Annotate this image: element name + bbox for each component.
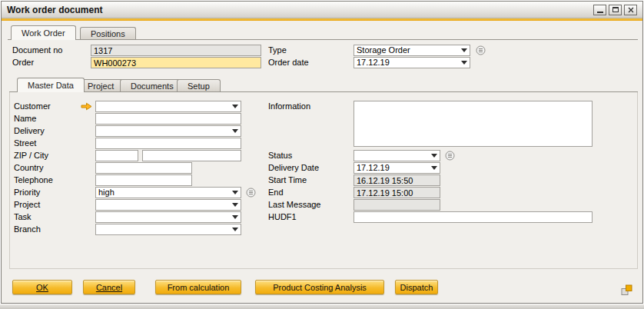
priority-combo-value: high [98, 188, 115, 197]
cancel-button-label: Cancel [96, 283, 122, 292]
hudf1-field[interactable] [354, 211, 593, 223]
order-date-label: Order date [268, 57, 309, 68]
background-strip [0, 304, 644, 309]
cancel-button[interactable]: Cancel [83, 280, 135, 294]
country-label: Country [14, 162, 44, 174]
street-field[interactable] [95, 138, 241, 149]
zip-field[interactable] [95, 150, 138, 161]
ok-button-label: OK [36, 283, 48, 292]
status-label: Status [268, 150, 292, 161]
resize-grip-icon[interactable] [621, 284, 632, 296]
end-label: End [268, 187, 284, 198]
dispatch-button[interactable]: Dispatch [395, 280, 438, 294]
titlebar-accent-line [2, 18, 642, 21]
last-message-field [354, 199, 440, 211]
chevron-down-icon [232, 203, 238, 207]
chevron-down-icon [232, 129, 238, 133]
edit-list-icon[interactable] [445, 151, 455, 161]
information-field[interactable] [354, 101, 593, 147]
street-label: Street [14, 138, 36, 149]
start-time-label: Start Time [268, 174, 307, 186]
edit-list-icon[interactable] [476, 45, 486, 55]
document-no-label: Document no [12, 45, 62, 56]
chevron-down-icon [232, 228, 238, 231]
ok-button[interactable]: OK [12, 280, 72, 294]
product-costing-analysis-button-label: Product Costing Analysis [273, 283, 367, 292]
from-calculation-button[interactable]: From calculation [155, 280, 241, 294]
project-combo[interactable] [95, 199, 241, 211]
tab-positions[interactable]: Positions [80, 27, 136, 40]
product-costing-analysis-button[interactable]: Product Costing Analysis [255, 280, 384, 294]
task-combo[interactable] [95, 211, 241, 223]
close-button[interactable] [624, 5, 637, 15]
name-label: Name [14, 113, 36, 125]
window-titlebar[interactable]: Work order document [2, 2, 642, 18]
order-date-combo[interactable]: 17.12.19 [354, 57, 470, 68]
name-field[interactable] [95, 113, 241, 125]
window-controls [593, 5, 637, 15]
minimize-icon [597, 12, 603, 13]
work-order-window: Work order document Work Order Positions… [1, 1, 643, 304]
tab-master-data[interactable]: Master Data [17, 78, 85, 92]
telephone-field[interactable] [95, 174, 192, 186]
tab-setup[interactable]: Setup [177, 79, 221, 92]
maximize-icon [612, 7, 619, 12]
dispatch-button-label: Dispatch [400, 283, 433, 292]
customer-combo[interactable] [95, 101, 241, 112]
chevron-down-icon [431, 154, 437, 158]
chevron-down-icon [461, 48, 467, 52]
link-arrow-icon[interactable] [81, 102, 92, 111]
information-label: Information [268, 101, 310, 112]
from-calculation-button-label: From calculation [168, 283, 230, 292]
chevron-down-icon [461, 61, 467, 65]
maximize-button[interactable] [609, 5, 622, 15]
priority-label: Priority [14, 187, 40, 198]
window-title: Work order document [7, 5, 102, 15]
edit-list-icon[interactable] [246, 188, 256, 198]
type-label: Type [268, 45, 287, 56]
order-field[interactable] [91, 57, 261, 68]
document-no-field [91, 45, 261, 56]
city-field[interactable] [142, 150, 241, 161]
task-label: Task [14, 211, 32, 223]
delivery-date-combo[interactable]: 17.12.19 [354, 162, 440, 174]
type-combo[interactable]: Storage Order [354, 45, 470, 56]
chevron-down-icon [232, 191, 238, 194]
chevron-down-icon [232, 105, 238, 108]
order-label: Order [12, 57, 34, 68]
order-date-combo-value: 17.12.19 [357, 58, 390, 67]
country-field[interactable] [95, 162, 192, 174]
tab-documents[interactable]: Documents [120, 79, 184, 92]
type-combo-value: Storage Order [357, 45, 410, 55]
minimize-button[interactable] [593, 5, 606, 15]
branch-label: Branch [14, 224, 41, 235]
delivery-combo[interactable] [95, 125, 241, 137]
doc-tab-separator [8, 39, 638, 40]
delivery-date-combo-value: 17.12.19 [357, 163, 390, 172]
status-combo[interactable] [354, 150, 440, 161]
chevron-down-icon [232, 215, 238, 219]
close-icon [628, 7, 634, 13]
project-label: Project [14, 199, 40, 211]
zip-city-label: ZIP / City [14, 150, 48, 161]
branch-combo[interactable] [95, 224, 241, 235]
customer-label: Customer [14, 101, 51, 112]
start-time-field [354, 174, 440, 186]
detail-tab-separator [9, 91, 638, 92]
delivery-date-label: Delivery Date [268, 162, 319, 174]
priority-combo[interactable]: high [95, 187, 241, 198]
hudf1-label: HUDF1 [268, 211, 297, 223]
end-field [354, 187, 440, 198]
chevron-down-icon [431, 166, 437, 170]
last-message-label: Last Message [268, 199, 320, 211]
telephone-label: Telephone [14, 174, 53, 186]
tab-work-order[interactable]: Work Order [11, 25, 76, 40]
delivery-label: Delivery [14, 125, 45, 137]
